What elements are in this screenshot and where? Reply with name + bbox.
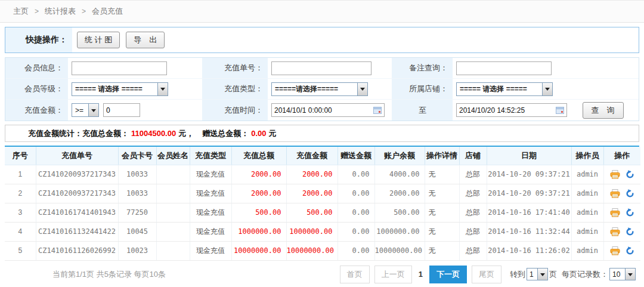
breadcrumb-home[interactable]: 主页	[13, 6, 29, 17]
breadcrumb: 主页 > 统计报表 > 会员充值	[0, 0, 644, 23]
cell-date: 2014-10-16 17:41:40	[487, 203, 571, 222]
recharge-type-select[interactable]: =====请选择=====	[271, 82, 368, 96]
refund-refresh-icon[interactable]	[626, 227, 634, 236]
cell-order: CZ1410161132441422	[36, 222, 118, 241]
amount-operator-select[interactable]: >=	[72, 103, 99, 117]
chevron-down-icon	[157, 83, 168, 95]
time-from-input[interactable]: 2014/10/1 0:00:00	[271, 103, 385, 117]
column-header-name: 会员姓名	[156, 147, 190, 165]
time-to-value: 2014/10/20 14:52:25	[459, 106, 525, 115]
cell-date: 2014-10-16 11:26:02	[487, 241, 571, 260]
time-to-input[interactable]: 2014/10/20 14:52:25	[456, 103, 567, 117]
print-icon[interactable]	[610, 227, 620, 236]
print-icon[interactable]	[610, 208, 620, 217]
cell-operator: admin	[571, 241, 603, 260]
cell-card: 10033	[118, 184, 156, 203]
per-page-value: 10	[612, 270, 620, 279]
print-icon[interactable]	[610, 170, 620, 179]
cell-total: 2000.00	[231, 165, 286, 184]
cell-gift: 0.00	[338, 203, 374, 222]
cell-shop: 总部	[459, 165, 487, 184]
next-page-button[interactable]: 下一页	[429, 266, 467, 283]
calendar-icon[interactable]	[556, 106, 564, 114]
column-header-operator: 操作员	[571, 147, 603, 165]
cell-no: 2	[5, 184, 36, 203]
cell-actions	[603, 241, 640, 260]
first-page-button[interactable]: 首页	[340, 266, 370, 283]
member-info-input[interactable]	[72, 61, 167, 75]
cell-no: 4	[5, 222, 36, 241]
cell-total: 10000000.00	[231, 241, 286, 260]
cell-amount: 2000.00	[286, 165, 338, 184]
cell-shop: 总部	[459, 184, 487, 203]
cell-gift: 0.00	[338, 184, 374, 203]
recharge-no-input[interactable]	[271, 61, 371, 75]
cell-actions	[603, 184, 640, 203]
print-icon[interactable]	[610, 189, 620, 198]
calendar-icon[interactable]	[373, 106, 382, 114]
current-page-number: 1	[417, 270, 425, 279]
filter-form: 会员信息： 充值单号： 备注查询： 会员等级： ===== 请选择 ===== …	[5, 57, 639, 121]
amount-label: 充值金额：	[5, 100, 68, 121]
column-header-date: 日期	[487, 147, 571, 165]
cell-gift: 0.00	[338, 222, 374, 241]
quick-operations-label: 快捷操作：	[5, 27, 72, 53]
shop-select[interactable]: ===== 请选择 =====	[456, 82, 553, 96]
shop-label: 所属店铺：	[392, 79, 453, 100]
cell-name	[156, 222, 190, 241]
cell-name	[156, 241, 190, 260]
cell-gift: 0.00	[338, 165, 374, 184]
table-header-row: 序号充值单号会员卡号会员姓名充值类型充值总额充值金额赠送金额账户余额操作详情店铺…	[5, 147, 640, 165]
cell-card: 10045	[118, 222, 156, 241]
column-header-balance: 账户余额	[374, 147, 425, 165]
export-button[interactable]: 导 出	[126, 32, 165, 48]
cell-actions	[603, 222, 640, 241]
time-from-value: 2014/10/1 0:00:00	[274, 106, 332, 115]
per-page-select[interactable]: 10	[609, 268, 636, 280]
summary-gift-label: 赠送总金额：	[202, 128, 249, 139]
cell-balance: 4000.00	[374, 165, 425, 184]
last-page-button[interactable]: 尾页	[472, 266, 501, 283]
cell-actions	[603, 165, 640, 184]
cell-type: 现金充值	[190, 184, 231, 203]
chart-button[interactable]: 统 计 图	[77, 32, 120, 48]
refund-refresh-icon[interactable]	[626, 208, 634, 217]
cell-balance: 10000000.00	[374, 241, 425, 260]
goto-label: 转到	[510, 269, 525, 280]
cell-order: CZ1410200937217343	[36, 165, 118, 184]
member-level-label: 会员等级：	[5, 79, 68, 100]
member-level-select[interactable]: ===== 请选择 =====	[72, 82, 168, 96]
amount-operator-value: >=	[75, 106, 83, 115]
cell-date: 2014-10-20 09:37:21	[487, 165, 571, 184]
cell-date: 2014-10-20 09:37:21	[487, 184, 571, 203]
cell-name	[156, 203, 190, 222]
shop-value: ===== 请选择 =====	[460, 84, 527, 94]
cell-operator: admin	[571, 184, 603, 203]
prev-page-button[interactable]: 上一页	[374, 266, 412, 283]
cell-balance: 2000.00	[374, 184, 425, 203]
cell-type: 现金充值	[190, 222, 231, 241]
summary-gift-unit: 元	[269, 128, 277, 139]
refund-refresh-icon[interactable]	[626, 189, 634, 198]
summary-total-unit: 元，	[178, 128, 194, 139]
refund-refresh-icon[interactable]	[626, 246, 634, 255]
cell-card: 10033	[118, 165, 156, 184]
chevron-down-icon	[357, 83, 367, 95]
column-header-gift: 赠送金额	[338, 147, 374, 165]
goto-page-select[interactable]: 1	[527, 268, 548, 280]
cell-balance: 1000000.00	[374, 222, 425, 241]
remark-input[interactable]	[456, 61, 552, 75]
per-page-label: 每页记录数：	[562, 269, 608, 280]
refund-refresh-icon[interactable]	[626, 170, 634, 179]
member-level-value: ===== 请选择 =====	[75, 84, 143, 94]
table-row: 5CZ141016112602699210023现金充值10000000.001…	[5, 241, 640, 260]
chevron-down-icon	[625, 269, 635, 280]
search-button[interactable]: 查 询	[583, 102, 624, 119]
cell-gift: 0.00	[338, 241, 374, 260]
recharge-table: 序号充值单号会员卡号会员姓名充值类型充值总额充值金额赠送金额账户余额操作详情店铺…	[5, 146, 639, 261]
breadcrumb-reports[interactable]: 统计报表	[45, 6, 76, 17]
chevron-down-icon	[542, 83, 552, 95]
column-header-detail: 操作详情	[425, 147, 459, 165]
print-icon[interactable]	[610, 246, 620, 255]
amount-input[interactable]	[103, 103, 140, 117]
